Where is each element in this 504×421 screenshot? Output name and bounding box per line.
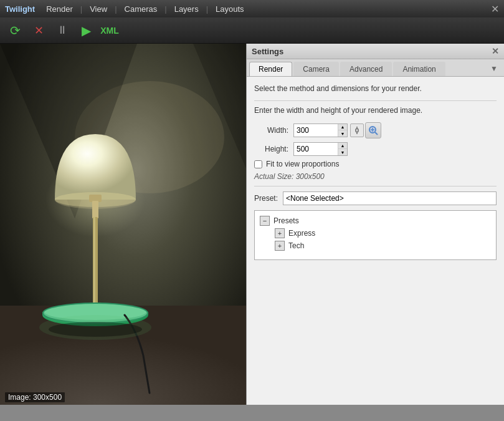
bottom-area — [0, 405, 504, 421]
pause-button[interactable]: ⏸ — [52, 21, 72, 41]
render-button[interactable]: ⟳ — [5, 21, 25, 41]
toolbar: ⟳ ✕ ⏸ ▶ XML — [0, 17, 504, 44]
height-spin: ▲ ▼ — [338, 143, 347, 155]
fit-to-view-checkbox[interactable] — [254, 160, 262, 168]
play-icon: ▶ — [82, 23, 91, 38]
render-image-label: Image: 300x500 — [5, 392, 65, 402]
settings-description2: Enter the width and height of your rende… — [254, 106, 497, 115]
preset-input[interactable] — [283, 191, 497, 205]
preset-label: Preset: — [254, 194, 278, 203]
tab-animation[interactable]: Animation — [393, 62, 445, 76]
width-input[interactable] — [294, 124, 338, 137]
width-down-button[interactable]: ▼ — [338, 130, 347, 137]
tree-root-label: Presets — [273, 216, 299, 225]
svg-rect-9 — [92, 201, 98, 218]
tree-root[interactable]: − Presets — [260, 215, 491, 227]
actual-size-label: Actual Size: 300x500 — [254, 172, 497, 181]
settings-header: Settings ✕ — [247, 44, 504, 59]
pause-icon: ⏸ — [57, 24, 68, 37]
height-down-button[interactable]: ▼ — [338, 149, 347, 155]
width-spin: ▲ ▼ — [338, 124, 347, 137]
fit-to-view-row: Fit to view proportions — [254, 160, 497, 168]
height-label: Height: — [254, 145, 288, 153]
title-bar: Twilight Render | View | Cameras | Layer… — [0, 0, 504, 17]
menu-bar: Render | View | Cameras | Layers | Layou… — [46, 4, 491, 14]
divider1 — [254, 100, 497, 101]
menu-cameras[interactable]: Cameras — [125, 4, 158, 14]
settings-description1: Select the method and dimensions for you… — [254, 83, 497, 94]
lamp-scene: Image: 300x500 — [0, 44, 246, 405]
width-input-wrap: ▲ ▼ — [293, 123, 348, 137]
tree-express-expand[interactable]: + — [275, 228, 285, 238]
settings-title: Settings — [252, 47, 283, 56]
menu-render[interactable]: Render — [46, 4, 73, 14]
tab-camera[interactable]: Camera — [293, 62, 339, 76]
width-label: Width: — [254, 126, 288, 135]
settings-tabs: Render Camera Advanced Animation ▼ — [247, 59, 504, 77]
stop-icon: ✕ — [34, 24, 44, 37]
height-input-wrap: ▲ ▼ — [293, 142, 348, 156]
tab-dropdown[interactable]: ▼ — [487, 62, 502, 76]
preset-row: Preset: — [254, 191, 497, 205]
tab-render[interactable]: Render — [249, 62, 292, 76]
svg-point-18 — [49, 322, 142, 337]
settings-panel: Settings ✕ Render Camera Advanced Animat… — [246, 44, 504, 405]
main-content: Image: 300x500 Settings ✕ Render Camera … — [0, 44, 504, 405]
width-row: Width: ▲ ▼ — [254, 122, 497, 138]
svg-rect-11 — [93, 217, 95, 304]
tab-advanced[interactable]: Advanced — [340, 62, 392, 76]
stop-button[interactable]: ✕ — [29, 21, 49, 41]
settings-content: Select the method and dimensions for you… — [247, 77, 504, 405]
render-icon: ⟳ — [10, 23, 21, 38]
play-button[interactable]: ▶ — [76, 21, 96, 41]
menu-view[interactable]: View — [90, 4, 107, 14]
render-canvas: Image: 300x500 — [0, 44, 246, 405]
app-name: Twilight — [5, 4, 35, 14]
height-input[interactable] — [294, 143, 338, 155]
width-up-button[interactable]: ▲ — [338, 124, 347, 130]
fit-to-view-label[interactable]: Fit to view proportions — [266, 160, 339, 168]
zoom-button[interactable] — [365, 122, 381, 138]
tree-express-label: Express — [288, 229, 315, 238]
menu-layouts[interactable]: Layouts — [216, 4, 244, 14]
tree-tech-expand[interactable]: + — [275, 241, 285, 251]
divider2 — [254, 186, 497, 186]
link-proportions-button[interactable] — [350, 123, 364, 137]
height-row: Height: ▲ ▼ — [254, 142, 497, 156]
window-close-button[interactable]: ✕ — [491, 3, 499, 15]
scene-svg — [0, 44, 246, 405]
presets-tree: − Presets + Express + Tech — [254, 210, 497, 260]
tree-root-expand[interactable]: − — [260, 216, 270, 226]
height-up-button[interactable]: ▲ — [338, 143, 347, 149]
zoom-icon-svg — [368, 125, 379, 136]
link-icon — [353, 126, 361, 135]
tree-item-express[interactable]: + Express — [275, 227, 491, 240]
tree-tech-label: Tech — [288, 241, 304, 250]
xml-button[interactable]: XML — [100, 21, 120, 41]
render-panel: Image: 300x500 — [0, 44, 246, 405]
menu-layers[interactable]: Layers — [174, 4, 199, 14]
svg-line-22 — [375, 132, 378, 135]
settings-close-button[interactable]: ✕ — [492, 46, 499, 56]
tree-item-tech[interactable]: + Tech — [275, 240, 491, 252]
xml-icon: XML — [100, 26, 119, 36]
